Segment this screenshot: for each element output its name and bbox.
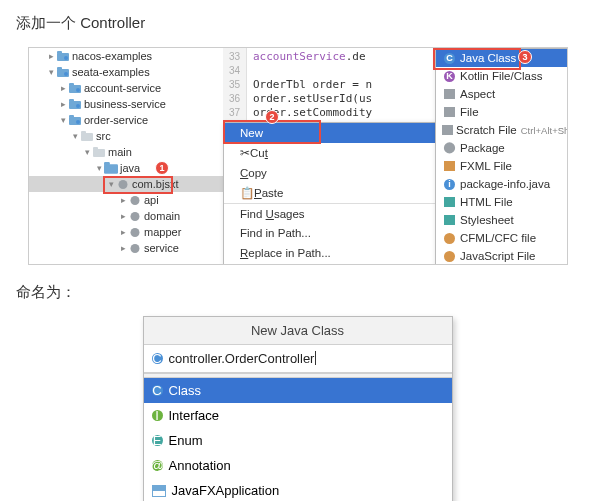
menu-label: Find in Path... — [240, 227, 450, 239]
tree-item-business-service[interactable]: business-service — [29, 96, 223, 112]
svg-point-5 — [64, 72, 68, 76]
tree-arrow-icon[interactable] — [59, 83, 68, 93]
tree-arrow-icon[interactable] — [107, 179, 116, 189]
tree-arrow-icon[interactable] — [119, 227, 128, 237]
tree-item-service[interactable]: service — [29, 240, 223, 256]
module-icon — [68, 98, 82, 111]
dialog-option-annotation[interactable]: @Annotation — [144, 453, 452, 478]
file-icon — [442, 213, 457, 227]
tree-arrow-icon[interactable] — [47, 51, 56, 61]
submenu-shortcut: Ctrl+Alt+Shift+Insert — [521, 125, 568, 136]
submenu-file[interactable]: File — [436, 103, 568, 121]
tree-item-account-service[interactable]: account-service — [29, 80, 223, 96]
submenu-label: HTML File — [460, 196, 568, 208]
tree-item-src[interactable]: src — [29, 128, 223, 144]
pkg-icon — [128, 194, 142, 207]
cut-icon: ✂ — [240, 146, 250, 160]
tree-arrow-icon[interactable] — [119, 243, 128, 253]
submenu-label: package-info.java — [460, 178, 568, 190]
badge-2: 2 — [265, 110, 279, 124]
tree-item-api[interactable]: api — [29, 192, 223, 208]
tree-arrow-icon[interactable] — [59, 99, 68, 109]
dialog-option-class[interactable]: CClass — [144, 378, 452, 403]
svg-rect-1 — [57, 51, 62, 54]
submenu-aspect[interactable]: Aspect — [436, 85, 568, 103]
submenu-java-class[interactable]: CJava Class — [436, 49, 568, 67]
dialog-option-label: JavaFXApplication — [172, 483, 280, 498]
tree-item-com-bjsxt[interactable]: com.bjsxt — [29, 176, 223, 192]
submenu-scratch-file[interactable]: Scratch FileCtrl+Alt+Shift+Insert — [436, 121, 568, 139]
kind-icon: C — [152, 385, 163, 396]
svg-rect-17 — [93, 149, 105, 157]
project-tree: nacos-examplesseata-examplesaccount-serv… — [29, 48, 223, 264]
tree-arrow-icon[interactable] — [119, 195, 128, 205]
tree-item-mapper[interactable]: mapper — [29, 224, 223, 240]
submenu-html-file[interactable]: HTML File — [436, 193, 568, 211]
tree-label: main — [108, 146, 132, 158]
tree-arrow-icon[interactable] — [47, 67, 56, 77]
svg-point-21 — [119, 180, 128, 189]
file-icon — [442, 195, 457, 209]
tree-item-seata-examples[interactable]: seata-examples — [29, 64, 223, 80]
module-icon — [68, 82, 82, 95]
tree-label: mapper — [144, 226, 181, 238]
dialog-option-javafxapplication[interactable]: JavaFXApplication — [144, 478, 452, 501]
tree-label: api — [144, 194, 159, 206]
tree-arrow-icon[interactable] — [71, 131, 80, 141]
svg-rect-15 — [81, 133, 93, 141]
submenu-javascript-file[interactable]: JavaScript File — [436, 247, 568, 265]
tree-arrow-icon[interactable] — [95, 163, 104, 173]
new-class-dialog: New Java Class C controller.OrderControl… — [143, 316, 453, 501]
tree-item-main[interactable]: main — [29, 144, 223, 160]
pkg-icon — [116, 178, 130, 191]
submenu-kotlin-file-class[interactable]: KKotlin File/Class — [436, 67, 568, 85]
tree-label: service — [144, 242, 179, 254]
tree-label: nacos-examples — [72, 50, 152, 62]
svg-rect-20 — [104, 162, 110, 165]
submenu-label: Package — [460, 142, 568, 154]
tree-label: order-service — [84, 114, 148, 126]
submenu-stylesheet[interactable]: Stylesheet — [436, 211, 568, 229]
folder-icon — [80, 130, 94, 143]
submenu-label: Scratch File — [456, 124, 517, 136]
tree-item-nacos-examples[interactable]: nacos-examples — [29, 48, 223, 64]
tree-item-domain[interactable]: domain — [29, 208, 223, 224]
tree-arrow-icon[interactable] — [119, 211, 128, 221]
tree-item-order-service[interactable]: order-service — [29, 112, 223, 128]
line-number: 35 — [223, 78, 246, 92]
line-number: 34 — [223, 64, 246, 78]
submenu-label: JavaScript File — [460, 250, 568, 262]
submenu-fxml-file[interactable]: FXML File — [436, 157, 568, 175]
dialog-title: New Java Class — [144, 317, 452, 345]
heading-2: 命名为： — [0, 265, 595, 316]
svg-point-25 — [131, 244, 140, 253]
new-submenu: CJava ClassKKotlin File/ClassAspectFileS… — [435, 48, 568, 265]
dialog-option-interface[interactable]: IInterface — [144, 403, 452, 428]
submenu-label: File — [460, 106, 568, 118]
dialog-input-row[interactable]: C controller.OrderController — [144, 345, 452, 373]
class-name-input[interactable]: controller.OrderController — [169, 351, 444, 366]
module-icon — [56, 50, 70, 63]
submenu-cfml-cfc-file[interactable]: CFML/CFC file — [436, 229, 568, 247]
file-icon — [442, 123, 453, 137]
submenu-label: Aspect — [460, 88, 568, 100]
heading-1: 添加一个 Controller — [0, 0, 595, 47]
svg-rect-4 — [57, 67, 62, 70]
svg-point-8 — [76, 88, 80, 92]
svg-point-22 — [131, 196, 140, 205]
tree-arrow-icon[interactable] — [83, 147, 92, 157]
file-icon — [442, 87, 457, 101]
dialog-option-enum[interactable]: EEnum — [144, 428, 452, 453]
pkg-icon — [128, 242, 142, 255]
submenu-package[interactable]: Package — [436, 139, 568, 157]
svg-rect-13 — [69, 115, 74, 118]
submenu-package-info-java[interactable]: ipackage-info.java — [436, 175, 568, 193]
tree-label: src — [96, 130, 111, 142]
tree-label: java — [120, 162, 140, 174]
submenu-label: Stylesheet — [460, 214, 568, 226]
tree-arrow-icon[interactable] — [59, 115, 68, 125]
svg-rect-10 — [69, 99, 74, 102]
module-icon — [68, 114, 82, 127]
tree-item-java[interactable]: java — [29, 160, 223, 176]
file-icon — [442, 159, 457, 173]
